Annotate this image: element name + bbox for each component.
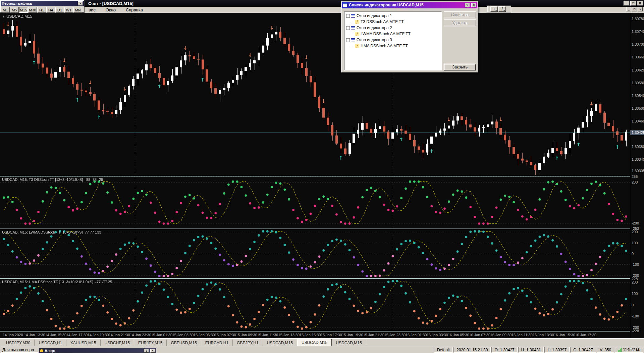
pane-separator[interactable] [0,176,644,176]
pane-scale-label: 200 [630,280,644,284]
price-axis-label: 1.30780 [630,17,644,21]
period-toolbar-close-button[interactable]: × [78,1,83,6]
current-price-tag: 1.30425 [630,130,644,135]
trendline-tool-button[interactable]: / [498,6,506,12]
time-axis-label: 16 Jan 07:30 [469,333,490,337]
child-restore-button[interactable]: □ [632,7,637,11]
properties-button[interactable]: Свойства [444,11,476,18]
pane-separator[interactable] [0,278,644,279]
timeframe-button-M30[interactable]: M30 [28,7,37,13]
price-axis-label: 1.30580 [630,81,644,85]
chart-tab-10[interactable]: USDCAD,M15 [332,340,366,346]
pane-separator[interactable] [0,229,644,229]
menu-item-Окно[interactable]: Окно [105,7,116,12]
child-close-button[interactable]: × [638,7,643,11]
time-axis: 14 Jan 202014 Jan 13:3014 Jan 15:3014 Ja… [0,332,630,338]
chart-tab-7[interactable]: GBPJPY,H1 [233,340,263,346]
close-button[interactable]: × [637,1,643,6]
chart-tab-3[interactable]: USDCHF,M15 [101,340,134,346]
timeframe-button-MN[interactable]: MN [73,7,82,13]
indicator-window-icon [351,26,355,30]
timeframe-button-D1[interactable]: D1 [55,7,64,13]
price-axis-label: 1.30620 [630,68,644,72]
time-axis-label: 15 Jan 13:30 [278,333,300,337]
chart-tab-8[interactable]: USDCAD,M15 [263,340,297,346]
chart-tab-4[interactable]: EURJPY,M15 [134,340,167,346]
chart-tab-0[interactable]: USDJPY,M30 [2,340,35,346]
indicator-fx-icon: ƒ [355,44,359,48]
timeframe-button-W1[interactable]: W1 [64,7,73,13]
minimize-button[interactable]: _ [624,1,630,6]
main-price-chart[interactable] [0,13,630,176]
main-window-title: Счет - [USDCAD,M15] [88,1,133,6]
period-toolbar-title-bar[interactable]: Период графика × [1,1,84,6]
indicators-tree[interactable]: -Окно индикатора 1ƒT3 DSStoch AA MTF TT-… [344,11,442,70]
chart-tab-9[interactable]: USDCAD,M15 [297,339,332,346]
tree-item-3[interactable]: ƒLWMA DSStoch AA MTF TT [344,31,441,37]
toolbar-grip[interactable] [488,7,489,11]
indicator-pane-lwma-dsstoch[interactable] [0,229,630,278]
timeframe-buttons: M1M5M15M30H1H4D1W1MN [0,6,84,13]
dialog-icon [343,3,347,7]
maximize-button[interactable]: □ [630,1,636,6]
tree-item-label: LWMA DSStoch AA MTF TT [361,32,411,36]
chart-tab-5[interactable]: GBPUSD,M15 [167,340,201,346]
tree-item-0[interactable]: -Окно индикатора 1 [344,13,441,19]
dialog-title-bar[interactable]: Список индикаторов на USDCAD,M15 ? × [342,2,477,8]
status-segment-0: Default [434,347,453,353]
status-segment-5: C: 1.30427 [570,347,596,353]
chart-tab-1[interactable]: USDCAD,H1 [35,340,66,346]
crosshair-tool-button[interactable]: + [490,6,498,12]
indicator-pane-hma-dsstoch[interactable] [0,279,630,331]
menu-item-вис[interactable]: вис [88,7,96,12]
period-toolbar-title: Период графика [2,1,78,5]
tree-collapse-icon[interactable]: - [346,26,350,30]
pane-scale-label: 200 [630,230,644,234]
tree-item-label: HMA DSStoch AA MTF TT [361,44,408,48]
menu-item-Справка[interactable]: Справка [125,7,144,12]
timeframe-button-M15[interactable]: M15 [19,7,28,13]
tree-item-5[interactable]: ƒHMA DSStoch AA MTF TT [344,43,441,49]
chart-symbol-label[interactable]: ▼ USDCAD,M15 [2,14,32,19]
chart-symbol-text: USDCAD,M15 [6,14,32,19]
chevron-down-icon [495,10,497,11]
tree-collapse-icon[interactable]: - [346,38,350,42]
time-axis-label: 16 Jan 15:30 [554,333,575,337]
indicator-window-icon [351,14,355,18]
tree-item-2[interactable]: -Окно индикатора 2 [344,25,441,31]
drawing-toolbar: + / [487,5,511,12]
pane-scale-label: 100 [630,241,644,245]
indicator-pane-t3-dsstoch[interactable] [0,176,630,229]
tree-item-1[interactable]: ƒT3 DSStoch AA MTF TT [344,19,441,25]
timeframe-button-M1[interactable]: M1 [1,7,10,13]
connection-traffic-text: 1145/2 kb [623,347,640,352]
pane-scale-label: -100 [630,262,644,266]
tree-collapse-icon[interactable]: - [346,14,350,18]
timeframe-button-H1[interactable]: H1 [37,7,46,13]
dialog-close-icon-button[interactable]: × [471,3,476,7]
timeframe-button-H4[interactable]: H4 [46,7,55,13]
chart-tab-2[interactable]: XAUUSD,M15 [66,340,101,346]
price-axis[interactable]: 1.307801.307401.307001.306601.306201.305… [630,13,644,338]
alert-window[interactable]: Алерт ? × [39,348,156,353]
chart-tab-6[interactable]: EURCAD,H1 [201,340,233,346]
tree-item-4[interactable]: -Окно индикатора 3 [344,37,441,43]
status-segment-4: L: 1.30397 [544,347,570,353]
time-axis-label: 16 Jan 05:30 [448,333,469,337]
time-axis-label: 14 Jan 17:30 [66,333,88,337]
price-axis-label: 1.30460 [630,119,644,123]
time-axis-label: 15 Jan 03:30 [172,333,194,337]
status-segment-2: O: 1.30427 [491,347,517,353]
connection-bars-icon [618,348,622,352]
delete-button[interactable]: Удалить [444,19,476,26]
time-axis-label: 16 Jan 01:30 [406,333,427,337]
child-minimize-button[interactable]: _ [626,7,631,11]
status-segment-3: H: 1.30431 [518,347,544,353]
time-axis-label: 15 Jan 21:30 [363,333,384,337]
timeframe-button-M5[interactable]: M5 [10,7,19,13]
indicator-window-icon [351,38,355,42]
dialog-help-button[interactable]: ? [465,3,470,7]
alert-help-button[interactable]: ? [144,349,149,353]
close-dialog-button[interactable]: Закрыть [444,64,476,70]
alert-close-button[interactable]: × [150,349,155,353]
